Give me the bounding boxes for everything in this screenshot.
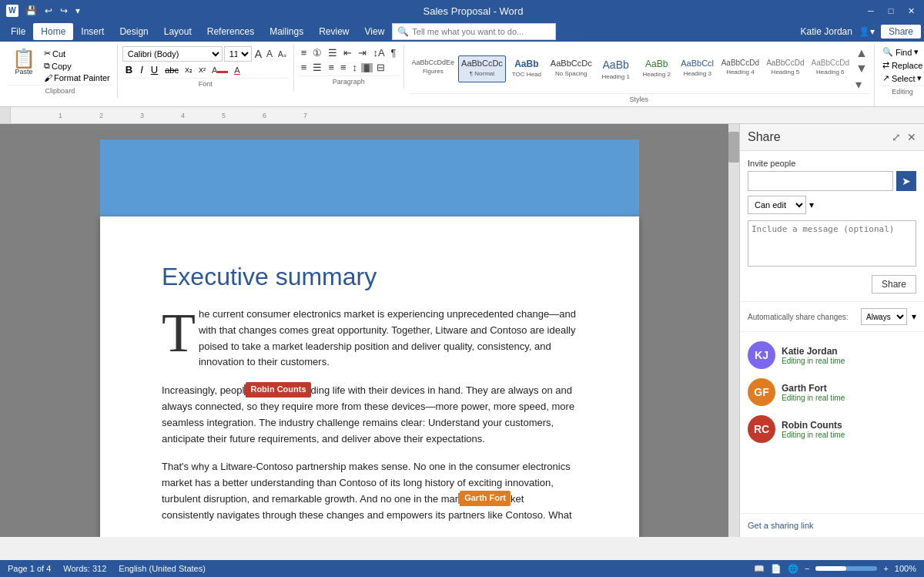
auto-share-row: Automatically share changes: Always Ask … (740, 301, 924, 332)
align-center-button[interactable]: ☰ (310, 61, 324, 74)
strikethrough-button[interactable]: abc (162, 65, 181, 75)
numbering-button[interactable]: ① (310, 46, 324, 59)
clear-formatting-button[interactable]: Aₐ (276, 49, 289, 59)
close-btn[interactable]: ✕ (904, 5, 918, 16)
scrollbar-thumb[interactable] (728, 132, 739, 163)
message-textarea[interactable] (748, 220, 916, 267)
undo-quick-btn[interactable]: ↩ (42, 4, 55, 18)
style-figures[interactable]: AaBbCcDdEe Figures (409, 55, 458, 82)
font-family-select[interactable]: Calibri (Body) (122, 46, 223, 62)
search-box[interactable]: 🔍 (392, 23, 556, 40)
sort-button[interactable]: ↕A (370, 46, 387, 59)
restore-btn[interactable]: □ (884, 5, 898, 16)
decrease-indent-button[interactable]: ⇤ (341, 46, 354, 59)
h6-label: Heading 6 (816, 69, 844, 75)
bold-button[interactable]: B (122, 63, 136, 76)
menu-view[interactable]: View (357, 23, 393, 40)
invite-label: Invite people (748, 159, 916, 168)
styles-up-arrow[interactable]: ▲ (854, 46, 869, 60)
menu-insert[interactable]: Insert (73, 23, 112, 40)
invite-input[interactable] (748, 171, 893, 191)
permission-row: Can edit Can view ▾ (748, 196, 916, 214)
style-heading1[interactable]: AaBb Heading 1 (596, 55, 636, 82)
style-toc[interactable]: AaBb TOC Head (507, 55, 547, 82)
robin-name: Robin Counts (782, 420, 916, 431)
search-input[interactable] (412, 27, 551, 36)
style-heading2[interactable]: AaBb Heading 2 (637, 55, 677, 82)
font-color-button[interactable]: A (232, 65, 242, 75)
style-heading5[interactable]: AaBbCcDd Heading 5 (763, 55, 807, 82)
border-button[interactable]: ⊟ (374, 61, 387, 74)
shading-button[interactable]: ▓ (361, 63, 373, 72)
menu-mailings[interactable]: Mailings (262, 23, 311, 40)
paste-button[interactable]: 📋 Paste (8, 46, 40, 79)
select-button[interactable]: ↗ Select ▾ (879, 72, 924, 84)
share-button[interactable]: Share (872, 275, 916, 294)
zoom-out-icon[interactable]: − (805, 564, 809, 573)
get-sharing-link[interactable]: Get a sharing link (748, 521, 814, 530)
garth-info: Garth Fort Editing in real time (782, 383, 916, 402)
more-quick-btn[interactable]: ▾ (73, 4, 82, 18)
para-row2: ≡ ☰ ≡ ≡ ↕ ▓ ⊟ (299, 61, 399, 74)
view-read-icon[interactable]: 📖 (754, 564, 765, 574)
permission-select[interactable]: Can edit Can view (748, 196, 806, 214)
style-heading6[interactable]: AaBbCcDd Heading 6 (808, 55, 852, 82)
auto-share-select[interactable]: Always Ask me Never (861, 308, 907, 325)
vertical-scrollbar[interactable] (728, 124, 739, 537)
send-icon: ➤ (902, 175, 911, 187)
replace-button[interactable]: ⇄ Replace (879, 59, 924, 71)
menu-file[interactable]: File (3, 23, 33, 40)
tell-me-search[interactable]: 🔍 (392, 23, 792, 40)
menu-home[interactable]: Home (33, 23, 73, 40)
subscript-button[interactable]: X₂ (182, 65, 195, 75)
title-bar-left: W 💾 ↩ ↪ ▾ (6, 4, 82, 18)
style-normal[interactable]: AaBbCcDc ¶ Normal (458, 55, 506, 82)
align-left-button[interactable]: ≡ (299, 61, 310, 74)
style-heading4[interactable]: AaBbCcDd Heading 4 (718, 55, 762, 82)
replace-icon: ⇄ (882, 60, 889, 70)
style-no-spacing[interactable]: AaBbCcDc No Spacing (547, 55, 595, 82)
format-painter-button[interactable]: 🖌 Format Painter (42, 72, 112, 83)
menu-design[interactable]: Design (112, 23, 156, 40)
style-heading3[interactable]: AaBbCcl Heading 3 (678, 55, 718, 82)
line-spacing-button[interactable]: ↕ (350, 61, 360, 74)
menu-layout[interactable]: Layout (156, 23, 199, 40)
menu-references[interactable]: References (199, 23, 262, 40)
menu-review[interactable]: Review (311, 23, 357, 40)
justify-button[interactable]: ≡ (338, 61, 349, 74)
share-top-button[interactable]: Share (881, 25, 921, 39)
save-quick-btn[interactable]: 💾 (23, 4, 39, 18)
styles-down-arrow[interactable]: ▼ (854, 62, 869, 75)
font-size-select[interactable]: 11 (224, 46, 252, 62)
styles-more-arrow[interactable]: ▾ (854, 77, 869, 92)
status-bar: Page 1 of 4 Words: 312 English (United S… (0, 560, 924, 577)
redo-quick-btn[interactable]: ↪ (58, 4, 70, 18)
underline-button[interactable]: U (148, 63, 161, 76)
find-button[interactable]: 🔍 Find ▾ (879, 46, 924, 58)
font-row1: Calibri (Body) 11 A A Aₐ (122, 46, 289, 62)
invite-send-button[interactable]: ➤ (896, 171, 916, 191)
bullets-button[interactable]: ≡ (299, 46, 310, 59)
increase-indent-button[interactable]: ⇥ (356, 46, 369, 59)
view-web-icon[interactable]: 🌐 (788, 564, 798, 574)
align-right-button[interactable]: ≡ (326, 61, 336, 74)
cut-button[interactable]: ✂ Cut (42, 48, 112, 59)
multilevel-button[interactable]: ☰ (326, 46, 340, 59)
panel-close-button[interactable]: ✕ (907, 131, 916, 143)
copy-button[interactable]: ⧉ Copy (42, 60, 112, 72)
minimize-btn[interactable]: ─ (864, 5, 878, 16)
zoom-slider[interactable] (815, 566, 877, 571)
show-formatting-button[interactable]: ¶ (389, 46, 399, 59)
panel-expand-icon[interactable]: ⤢ (892, 131, 901, 143)
document-area[interactable]: Executive summary T he current consumer … (0, 124, 739, 537)
font-grow-button[interactable]: A (253, 48, 263, 60)
h5-preview: AaBbCcDd (766, 58, 804, 69)
text-highlight-button[interactable]: A (209, 65, 230, 75)
italic-button[interactable]: I (137, 63, 146, 76)
find-icon: 🔍 (882, 47, 893, 57)
view-print-icon[interactable]: 📄 (771, 564, 782, 574)
zoom-in-icon[interactable]: + (883, 564, 888, 573)
font-shrink-button[interactable]: A (265, 49, 274, 59)
quick-access-toolbar: 💾 ↩ ↪ ▾ (23, 4, 82, 18)
superscript-button[interactable]: X² (196, 65, 208, 75)
